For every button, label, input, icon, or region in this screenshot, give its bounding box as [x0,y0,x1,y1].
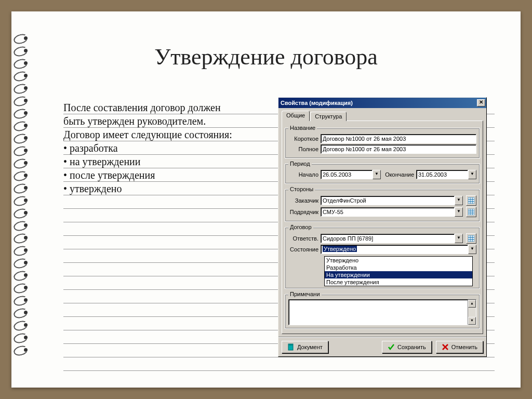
state-option[interactable]: Разработка [325,264,472,271]
document-icon [287,343,295,351]
select-state[interactable]: Утверждено [321,245,468,254]
input-customer[interactable] [321,196,455,205]
group-period: Период Начало ▼ Окончание ▼ [285,161,480,184]
input-start-date[interactable] [321,170,373,179]
body-text: После составления договор должен быть ут… [63,101,282,195]
dropdown-end-date[interactable]: ▼ [468,170,476,179]
input-responsible[interactable] [321,234,455,243]
grid-icon [468,209,474,215]
properties-dialog: Свойства (модификация) ✕ Общие Структура… [278,97,487,357]
scroll-down-icon[interactable]: ▼ [468,317,476,325]
dropdown-responsible[interactable]: ▼ [455,234,463,243]
grid-icon [468,197,474,204]
dropdown-state[interactable]: ▼ [468,245,476,254]
group-parties-legend: Стороны [288,186,315,192]
label-full-name: Полное [288,146,318,152]
svg-rect-0 [468,197,474,204]
check-icon [388,343,395,351]
group-contract: Договор Ответств. ▼ Сос [285,224,480,289]
label-short-name: Короткое [288,136,318,142]
dropdown-contractor[interactable]: ▼ [455,207,463,217]
label-contractor: Подрядчик [288,209,318,215]
group-contract-legend: Договор [288,224,313,230]
cross-icon [442,343,449,351]
svg-rect-16 [288,344,293,345]
dropdown-customer[interactable]: ▼ [455,196,463,205]
tab-structure[interactable]: Структура [310,112,347,121]
lookup-contractor-button[interactable] [466,207,476,217]
grid-icon [468,235,474,242]
input-end-date[interactable] [416,170,468,179]
label-responsible: Ответств. [288,235,318,242]
state-option[interactable]: После утверждения [325,278,472,286]
scrollbar[interactable]: ▲ ▼ [468,300,476,325]
save-button[interactable]: Сохранить [382,341,432,353]
page-title: Утверждение договора [11,44,521,70]
group-parties: Стороны Заказчик ▼ Подр [285,186,480,222]
state-option[interactable]: Утверждено [325,257,472,264]
scroll-up-icon[interactable]: ▲ [468,300,476,308]
close-button[interactable]: ✕ [477,99,485,107]
document-button[interactable]: Документ [282,341,328,353]
input-short-name[interactable] [321,134,476,143]
spiral-binding [8,32,34,356]
svg-rect-10 [468,235,474,242]
input-contractor[interactable] [321,207,455,217]
group-note: Примечани ▲ ▼ [285,291,480,329]
label-end: Окончание [383,171,414,178]
label-state: Состояние [288,246,318,252]
cancel-button[interactable]: Отменить [436,341,483,353]
group-name-legend: Название [288,125,317,131]
input-full-name[interactable] [321,144,476,154]
group-name: Название Короткое Полное [285,125,480,158]
state-option[interactable]: На утверждении [325,271,472,278]
textarea-note[interactable]: ▲ ▼ [288,299,476,325]
slide: Утверждение договора После составления д… [11,11,521,388]
dialog-titlebar[interactable]: Свойства (модификация) ✕ [278,98,486,108]
lookup-customer-button[interactable] [466,195,476,206]
label-customer: Заказчик [288,197,318,204]
svg-rect-5 [468,209,474,215]
state-options-list: Утверждено Разработка На утверждении Пос… [324,256,473,286]
group-note-legend: Примечани [288,291,322,297]
group-period-legend: Период [288,161,312,167]
label-start: Начало [288,171,318,178]
dialog-title: Свойства (модификация) [281,100,353,106]
lookup-responsible-button[interactable] [466,233,476,244]
tab-general[interactable]: Общие [282,111,310,121]
dropdown-start-date[interactable]: ▼ [373,170,381,179]
